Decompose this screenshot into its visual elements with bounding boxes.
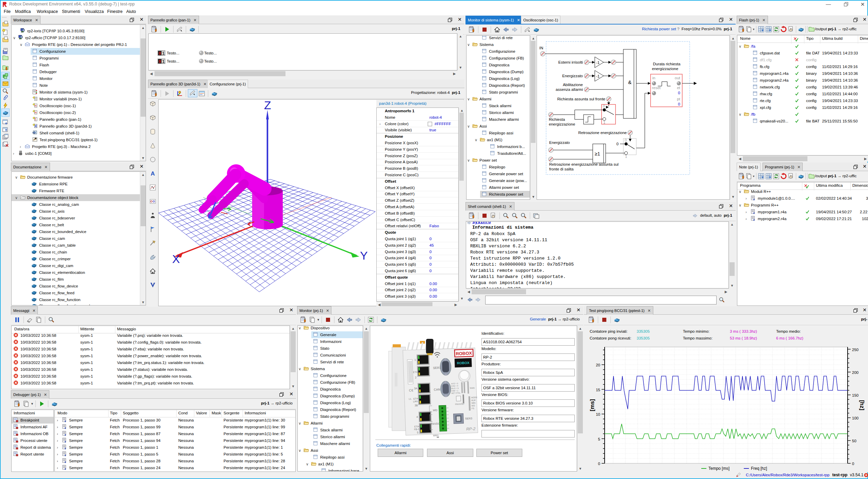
svg-text:15: 15 xyxy=(596,388,600,392)
svg-text:Retroazione energizzazione: Retroazione energizzazione xyxy=(578,131,627,135)
svg-text:AXO = 0: AXO = 0 xyxy=(451,382,458,385)
svg-text:reset: reset xyxy=(652,86,661,90)
svg-text:CAN: CAN xyxy=(434,388,440,392)
svg-text:pt: pt xyxy=(677,97,680,101)
svg-text:5: 5 xyxy=(598,437,600,441)
svg-text:Energizzato: Energizzato xyxy=(562,74,583,78)
svg-text:Z: Z xyxy=(264,100,271,112)
svg-text:C€: C€ xyxy=(409,389,414,392)
svg-text:≥1: ≥1 xyxy=(595,151,600,156)
svg-text:WD: WD xyxy=(433,409,438,412)
svg-text:Durata richiesta: Durata richiesta xyxy=(653,62,681,66)
svg-text:1: 1 xyxy=(603,120,605,125)
svg-text:0: 0 xyxy=(617,142,619,146)
svg-text:[hz]: [hz] xyxy=(859,400,865,410)
svg-text:MODE: MODE xyxy=(471,396,477,399)
svg-text:WAN: WAN xyxy=(470,387,475,389)
svg-text:ETH: ETH xyxy=(414,425,419,428)
svg-text:microSD: microSD xyxy=(455,402,464,405)
svg-text:&: & xyxy=(628,79,632,85)
svg-text:10: 10 xyxy=(596,412,600,416)
svg-text:energizzazione: energizzazione xyxy=(549,122,575,126)
svg-text:0: 0 xyxy=(678,91,680,95)
svg-text:SER3: SER3 xyxy=(465,417,473,420)
svg-text:FS: FS xyxy=(472,407,474,409)
svg-text:[ms]: [ms] xyxy=(589,399,595,411)
svg-text:IN: IN xyxy=(539,46,543,50)
svg-text:fronte di salita: fronte di salita xyxy=(549,167,574,171)
svg-text:0: 0 xyxy=(625,138,627,142)
svg-text:ROBOX: ROBOX xyxy=(456,351,472,357)
svg-text:-1: -1 xyxy=(596,74,600,78)
svg-text:200: 200 xyxy=(852,370,858,375)
svg-text:FB-S = 5: FB-S = 5 xyxy=(451,387,459,390)
svg-text:Esterni irrisolti: Esterni irrisolti xyxy=(558,60,583,64)
svg-text:250: 250 xyxy=(852,348,858,352)
svg-text:UL: UL xyxy=(409,398,412,400)
svg-text:SER1: SER1 xyxy=(433,366,441,370)
svg-text:3B: 3B xyxy=(414,404,418,407)
svg-text:150: 150 xyxy=(852,393,858,397)
svg-text:Y: Y xyxy=(360,249,368,262)
svg-text:ROBOX: ROBOX xyxy=(457,361,470,365)
svg-text:20: 20 xyxy=(596,363,600,367)
svg-text:ALM: ALM xyxy=(471,399,476,401)
svg-text:-1: -1 xyxy=(596,61,600,65)
svg-text:in: in xyxy=(652,76,655,80)
svg-text:3A: 3A xyxy=(414,387,418,390)
svg-text:24VDC: 24VDC xyxy=(431,422,440,426)
svg-text:0: 0 xyxy=(598,462,600,466)
svg-text:Abilitazione: Abilitazione xyxy=(563,83,583,87)
svg-text:FB-S: FB-S xyxy=(414,428,420,431)
svg-text:RP-2: RP-2 xyxy=(466,426,476,431)
svg-text:ETH: ETH xyxy=(413,397,418,400)
svg-text:out: out xyxy=(675,76,681,80)
svg-text:WD: WD xyxy=(472,404,475,407)
svg-text:X: X xyxy=(172,252,180,265)
svg-text:50: 50 xyxy=(852,439,856,443)
svg-text:0: 0 xyxy=(852,462,854,466)
svg-text:1: 1 xyxy=(625,154,627,159)
svg-text:et: et xyxy=(677,86,680,90)
svg-text:Tempo [ms]: Tempo [ms] xyxy=(708,466,730,471)
svg-text:Richiesta assunta sul fronte: Richiesta assunta sul fronte xyxy=(557,97,605,101)
svg-text:assenza allarmi: assenza allarmi xyxy=(556,87,583,92)
svg-text:Energizzato: Energizzato xyxy=(549,141,570,145)
svg-text:0: 0 xyxy=(603,104,605,108)
svg-text:NET CTRL: NET CTRL xyxy=(451,392,460,394)
svg-text:WAN: WAN xyxy=(433,434,439,437)
svg-text:100: 100 xyxy=(852,416,858,420)
svg-text:Retroazione energizzazione ass: Retroazione energizzazione assunta sul xyxy=(549,162,619,166)
svg-text:ETH: ETH xyxy=(413,371,418,373)
svg-text:energizzazione: energizzazione xyxy=(652,67,678,71)
svg-text:CAN = 0: CAN = 0 xyxy=(451,385,458,387)
svg-text:Richiesta: Richiesta xyxy=(549,117,565,121)
svg-text:LAN: LAN xyxy=(413,400,418,402)
svg-text:USB = 1: USB = 1 xyxy=(451,390,458,392)
svg-text:Freq [hz]: Freq [hz] xyxy=(751,466,767,471)
svg-text:0: 0 xyxy=(678,102,680,106)
svg-text:SBA: SBA xyxy=(471,402,475,404)
